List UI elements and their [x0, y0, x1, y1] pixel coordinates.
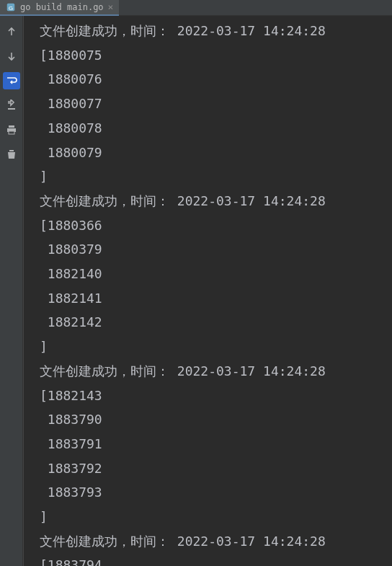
svg-rect-2 [9, 125, 14, 128]
console-line: 1880076 [40, 67, 392, 92]
toolbar [0, 16, 23, 566]
console-line: 1883790 [40, 407, 392, 432]
console-line: [1883794 [40, 553, 392, 566]
console-line: [1880366 [40, 213, 392, 238]
console-line: 1882142 [40, 310, 392, 335]
console-line: 文件创建成功，时间： 2022-03-17 14:24:28 [40, 529, 392, 554]
scroll-to-end-button[interactable] [3, 97, 20, 114]
console-line: ] [40, 164, 392, 189]
svg-text:G: G [9, 4, 13, 11]
print-button[interactable] [3, 121, 20, 138]
tab-label: go build main.go [20, 2, 104, 12]
console-line: 文件创建成功，时间： 2022-03-17 14:24:28 [40, 189, 392, 213]
go-file-icon: G [6, 2, 16, 12]
main-area: 文件创建成功，时间： 2022-03-17 14:24:28 [1880075 … [0, 16, 392, 566]
scroll-down-button[interactable] [3, 48, 20, 65]
console-line: 文件创建成功，时间： 2022-03-17 14:24:28 [40, 19, 392, 43]
console-line: 1880079 [40, 141, 392, 165]
console-line: ] [40, 505, 392, 529]
tab-run-config[interactable]: G go build main.go × [0, 0, 119, 16]
console-line: [1882143 [40, 384, 392, 408]
console-line: 1880077 [40, 92, 392, 116]
console-line: 1880379 [40, 237, 392, 262]
soft-wrap-button[interactable] [3, 72, 20, 89]
close-icon[interactable]: × [108, 2, 114, 12]
console-line: ] [40, 335, 392, 359]
console-line: 文件创建成功，时间： 2022-03-17 14:24:28 [40, 359, 392, 384]
clear-button[interactable] [3, 146, 20, 163]
console-line: 1883793 [40, 480, 392, 505]
console-line: 1883791 [40, 432, 392, 456]
svg-rect-5 [9, 150, 14, 151]
scroll-up-button[interactable] [3, 23, 20, 40]
console-line: [1880075 [40, 43, 392, 68]
console-line: 1882140 [40, 262, 392, 286]
console-output[interactable]: 文件创建成功，时间： 2022-03-17 14:24:28 [1880075 … [23, 16, 392, 566]
console-line: 1882141 [40, 286, 392, 311]
tab-bar: G go build main.go × [0, 0, 392, 16]
console-line: 1880078 [40, 116, 392, 141]
svg-rect-4 [9, 131, 14, 134]
console-line: 1883792 [40, 456, 392, 481]
